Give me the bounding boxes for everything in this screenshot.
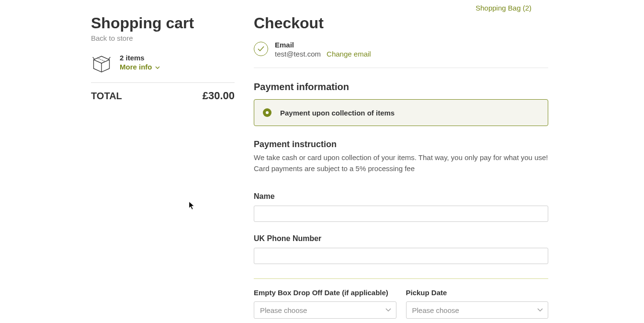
chevron-down-icon: [385, 307, 391, 313]
total-amount: £30.00: [203, 90, 235, 102]
items-count: 2 items: [120, 54, 160, 62]
more-info-toggle[interactable]: More info: [120, 63, 160, 71]
dropoff-date-select[interactable]: Please choose: [254, 301, 396, 319]
total-row: TOTAL £30.00: [91, 90, 235, 102]
email-value: test@test.com: [275, 50, 321, 58]
total-label: TOTAL: [91, 91, 122, 102]
section-divider: [254, 278, 548, 279]
more-info-label: More info: [120, 63, 152, 71]
email-label: Email: [275, 41, 548, 49]
payment-option-card[interactable]: Payment upon collection of items: [254, 99, 548, 126]
payment-option-label: Payment upon collection of items: [280, 109, 395, 117]
cart-summary: 2 items More info: [91, 53, 235, 74]
payment-instruction-text: We take cash or card upon collection of …: [254, 152, 548, 174]
cart-title: Shopping cart: [91, 14, 235, 32]
back-to-store-link[interactable]: Back to store: [91, 34, 133, 42]
dropoff-date-label: Empty Box Drop Off Date (if applicable): [254, 288, 396, 297]
checkout-main: Checkout Email test@test.com Change emai…: [254, 14, 548, 323]
pickup-date-select[interactable]: Please choose: [406, 301, 549, 319]
chevron-down-icon: [537, 307, 543, 313]
radio-selected-icon: [263, 108, 271, 117]
name-label: Name: [254, 192, 548, 201]
name-input[interactable]: [254, 206, 548, 222]
select-placeholder: Please choose: [260, 306, 307, 314]
change-email-link[interactable]: Change email: [327, 50, 371, 58]
phone-label: UK Phone Number: [254, 234, 548, 243]
chevron-down-icon: [155, 64, 160, 70]
cart-sidebar: Shopping cart Back to store 2 items: [91, 14, 235, 323]
email-section: Email test@test.com Change email: [254, 34, 548, 68]
shopping-bag-link[interactable]: Shopping Bag (2): [475, 4, 531, 12]
phone-input[interactable]: [254, 248, 548, 264]
pickup-date-label: Pickup Date: [406, 288, 549, 297]
select-placeholder: Please choose: [412, 306, 459, 314]
checkout-title: Checkout: [254, 14, 548, 32]
check-circle-icon: [254, 42, 268, 56]
payment-instruction-heading: Payment instruction: [254, 139, 548, 150]
divider: [91, 82, 235, 83]
payment-info-heading: Payment information: [254, 81, 548, 92]
box-icon: [91, 53, 112, 74]
